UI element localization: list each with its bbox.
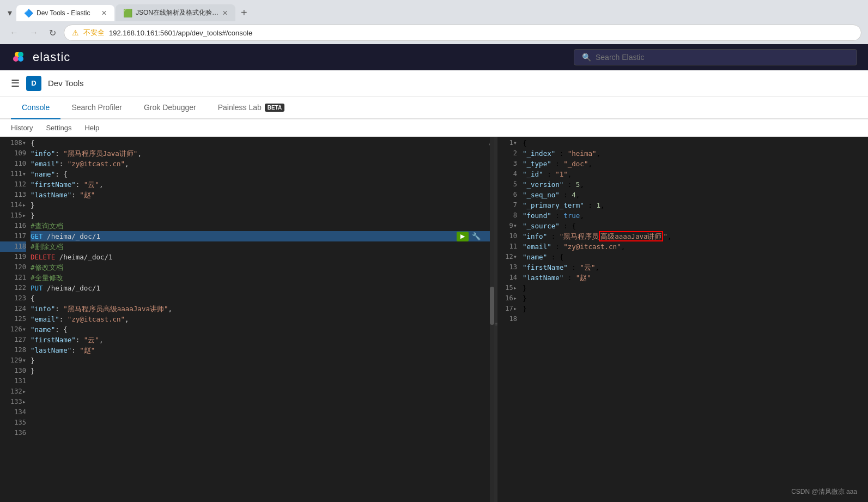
address-bar: ← → ↻ ⚠ 不安全 192.168.10.161:5601/app/dev_… (0, 21, 868, 44)
highlighted-line-118: GET /heima/_doc/1 ▶ 🔧 (31, 231, 490, 241)
new-tab-button[interactable]: + (236, 5, 252, 20)
editor-line-numbers: 108▾ 109 110 111▾ 112 113 114▸ 115▸ 116 … (0, 137, 27, 502)
url-warning-text: 不安全 (83, 28, 105, 38)
back-button[interactable]: ← (7, 26, 22, 40)
tab-grok-debugger[interactable]: Grok Debugger (133, 96, 207, 119)
url-text: 192.168.10.161:5601/app/dev_tools#/conso… (109, 29, 252, 37)
app-title: Dev Tools (48, 78, 84, 88)
result-line-numbers: 1▾ 2 3 4 5 6 7 8 9▾ 10 11 12▾ 13 14 15▸ … (497, 137, 519, 502)
app-header: ☰ D Dev Tools (0, 70, 868, 96)
url-bar[interactable]: ⚠ 不安全 192.168.10.161:5601/app/dev_tools#… (64, 25, 861, 41)
result-pane: 1▾ 2 3 4 5 6 7 8 9▾ 10 11 12▾ 13 14 15▸ … (497, 137, 868, 502)
tab-json-icon: 🟩 (123, 9, 132, 17)
result-code: { "_index" : "heima", "_type" : "_doc", … (519, 137, 868, 502)
app-avatar: D (26, 76, 41, 91)
forward-button[interactable]: → (26, 26, 41, 40)
search-icon: 🔍 (582, 53, 591, 62)
editor-code[interactable]: { "info": "黑马程序员Java讲师", "email": "zy@it… (27, 137, 490, 502)
run-button[interactable]: ▶ (457, 232, 469, 241)
reload-button[interactable]: ↻ (46, 26, 59, 40)
editor-lines-container: 108▾ 109 110 111▾ 112 113 114▸ 115▸ 116 … (0, 137, 494, 502)
tab-console[interactable]: Console (11, 96, 60, 119)
hamburger-menu-button[interactable]: ☰ (11, 77, 20, 89)
wrench-button[interactable]: 🔧 (470, 232, 482, 241)
tab-list-button[interactable]: ▾ (4, 5, 15, 20)
nav-settings[interactable]: Settings (46, 124, 71, 132)
tab-devtools-close[interactable]: ✕ (101, 9, 107, 17)
search-bar[interactable]: 🔍 (574, 49, 857, 65)
browser-chrome: ▾ 🔷 Dev Tools - Elastic ✕ 🟩 JSON在线解析及格式化… (0, 0, 868, 44)
elastic-header: elastic 🔍 (0, 44, 868, 70)
nav-history[interactable]: History (11, 124, 33, 132)
editor-pane: ▲ 108▾ 109 110 111▾ 112 113 114▸ 115▸ 11… (0, 137, 494, 502)
svg-point-2 (13, 56, 19, 62)
tab-search-profiler[interactable]: Search Profiler (60, 96, 133, 119)
tab-devtools-icon: 🔷 (24, 9, 33, 17)
tab-devtools[interactable]: 🔷 Dev Tools - Elastic ✕ (16, 5, 114, 21)
svg-point-3 (18, 56, 23, 62)
tab-json-close[interactable]: ✕ (222, 9, 228, 17)
line-action-buttons: ▶ 🔧 (457, 232, 482, 241)
tab-painless-lab[interactable]: Painless Lab BETA (207, 96, 296, 119)
elastic-logo-icon (11, 49, 27, 65)
nav-help[interactable]: Help (84, 124, 99, 132)
secondary-nav: History Settings Help (0, 119, 868, 137)
search-input[interactable] (596, 53, 849, 62)
main-content: ▲ 108▾ 109 110 111▾ 112 113 114▸ 115▸ 11… (0, 137, 868, 502)
tab-devtools-title: Dev Tools - Elastic (37, 9, 98, 17)
elastic-logo-text: elastic (33, 50, 70, 64)
editor-scrollbar[interactable] (490, 137, 494, 502)
watermark: CSDN @清风微凉 aaa (791, 487, 857, 497)
beta-badge: BETA (265, 104, 284, 112)
tab-bar: ▾ 🔷 Dev Tools - Elastic ✕ 🟩 JSON在线解析及格式化… (0, 0, 868, 21)
editor-scrollbar-thumb[interactable] (490, 287, 494, 325)
elastic-logo: elastic (11, 49, 70, 65)
tab-json-title: JSON在线解析及格式化验证 - (136, 8, 219, 17)
warning-icon: ⚠ (72, 28, 79, 37)
tab-json[interactable]: 🟩 JSON在线解析及格式化验证 - ✕ (116, 4, 235, 21)
tabs-bar: Console Search Profiler Grok Debugger Pa… (0, 96, 868, 119)
